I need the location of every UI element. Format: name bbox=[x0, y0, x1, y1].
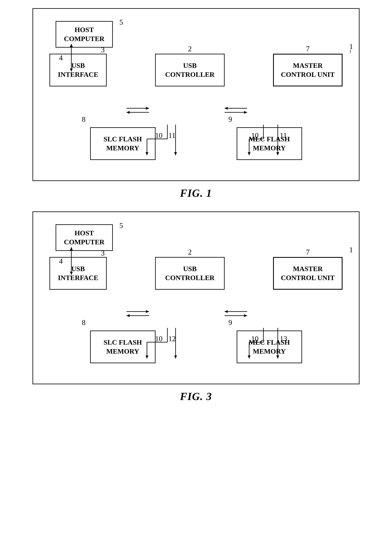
usb-controller-col-3: 2 USB CONTROLLER bbox=[155, 257, 225, 290]
main-row-fig3: 3 USB INTERFACE 2 USB CONTROLLER 7 MASTE… bbox=[50, 257, 342, 290]
memory-row-fig3: 8 SLC FLASH MEMORY 9 MLC FLASH MEMORY bbox=[50, 331, 342, 363]
mlc-memory-box-fig1: MLC FLASH MEMORY bbox=[237, 127, 302, 160]
usb-interface-label-fig3: USB INTERFACE bbox=[58, 264, 98, 282]
host-computer-label-fig1: HOST COMPUTER bbox=[64, 25, 104, 43]
usb-controller-label-fig1: USB CONTROLLER bbox=[165, 61, 215, 79]
host-computer-box-fig1: HOST COMPUTER bbox=[56, 21, 113, 48]
slc-memory-box-fig1: SLC FLASH MEMORY bbox=[90, 127, 156, 160]
host-computer-label-fig3: HOST COMPUTER bbox=[64, 229, 104, 247]
usb-interface-col-3: 3 USB INTERFACE bbox=[50, 257, 107, 290]
fig1-content: HOST COMPUTER 5 3 USB INTERFACE 2 bbox=[33, 8, 359, 181]
usb-interface-label-fig1: USB INTERFACE bbox=[58, 61, 98, 79]
fig3-label: FIG. 3 bbox=[180, 390, 212, 402]
host-ref-fig1: 5 bbox=[119, 18, 123, 27]
master-control-label-fig1: MASTER CONTROL UNIT bbox=[281, 61, 335, 79]
host-computer-box-fig3: HOST COMPUTER bbox=[56, 224, 113, 251]
usb-controller-ref-3: 2 bbox=[188, 248, 192, 256]
fig1-label: FIG. 1 bbox=[180, 187, 212, 199]
master-control-col-3: 7 MASTER CONTROL UNIT bbox=[273, 257, 342, 290]
master-control-ref: 7 bbox=[306, 45, 310, 53]
slc-memory-label-fig3: SLC FLASH MEMORY bbox=[104, 338, 142, 356]
host-section-fig1: HOST COMPUTER 5 bbox=[56, 21, 342, 48]
host-section-fig3: HOST COMPUTER 5 bbox=[56, 224, 342, 251]
slc-col-fig3: 8 SLC FLASH MEMORY bbox=[90, 331, 156, 363]
fig3-content: HOST COMPUTER 5 3 USB INTERFACE 2 bbox=[33, 211, 359, 384]
mlc-col-fig1: 9 MLC FLASH MEMORY bbox=[237, 127, 302, 160]
host-ref-fig3: 5 bbox=[119, 221, 123, 230]
master-control-col: 7 MASTER CONTROL UNIT bbox=[273, 54, 342, 86]
main-row-fig1: 3 USB INTERFACE 2 USB CONTROLLER 7 MASTE… bbox=[50, 54, 342, 86]
usb-controller-box-fig3: USB CONTROLLER bbox=[155, 257, 225, 290]
fig1-wrapper: 4 10 11 bbox=[33, 8, 359, 181]
fig3-wrapper: 4 10 12 10 bbox=[33, 211, 359, 384]
usb-interface-ref-3: 3 bbox=[101, 249, 105, 257]
usb-controller-label-fig3: USB CONTROLLER bbox=[165, 264, 215, 282]
mlc-ref-fig1: 9 bbox=[228, 115, 232, 124]
figure-1-section: 4 10 11 bbox=[12, 8, 380, 199]
slc-memory-label-fig1: SLC FLASH MEMORY bbox=[104, 135, 142, 153]
mlc-memory-box-fig3: MLC FLASH MEMORY bbox=[237, 331, 302, 363]
usb-controller-ref: 2 bbox=[188, 45, 192, 53]
usb-controller-box-fig1: USB CONTROLLER bbox=[155, 54, 225, 86]
memory-row-fig1: 8 SLC FLASH MEMORY 9 MLC FLASH MEMORY bbox=[50, 127, 342, 160]
master-control-box-fig1: MASTER CONTROL UNIT bbox=[273, 54, 342, 86]
slc-col-fig1: 8 SLC FLASH MEMORY bbox=[90, 127, 156, 160]
usb-interface-box-fig1: USB INTERFACE bbox=[50, 54, 107, 86]
master-control-label-fig3: MASTER CONTROL UNIT bbox=[281, 264, 335, 282]
usb-interface-col: 3 USB INTERFACE bbox=[50, 54, 107, 86]
master-control-box-fig3: MASTER CONTROL UNIT bbox=[273, 257, 342, 290]
usb-interface-box-fig3: USB INTERFACE bbox=[50, 257, 107, 290]
mlc-ref-fig3: 9 bbox=[228, 318, 232, 327]
mlc-memory-label-fig3: MLC FLASH MEMORY bbox=[249, 338, 290, 356]
usb-interface-ref: 3 bbox=[101, 45, 105, 54]
master-control-ref-3: 7 bbox=[306, 248, 310, 256]
mlc-col-fig3: 9 MLC FLASH MEMORY bbox=[237, 331, 302, 363]
figure-3-section: 4 10 12 10 bbox=[12, 211, 380, 402]
usb-controller-col: 2 USB CONTROLLER bbox=[155, 54, 225, 86]
slc-memory-box-fig3: SLC FLASH MEMORY bbox=[90, 331, 156, 363]
slc-ref-fig1: 8 bbox=[82, 115, 86, 124]
slc-ref-fig3: 8 bbox=[82, 318, 86, 327]
mlc-memory-label-fig1: MLC FLASH MEMORY bbox=[249, 135, 290, 153]
